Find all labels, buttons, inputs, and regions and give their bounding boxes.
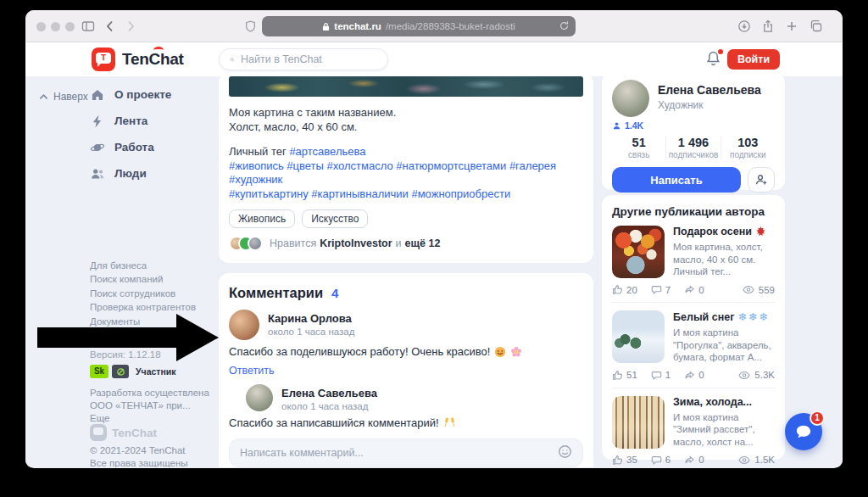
profile-name[interactable]: Елена Савельева xyxy=(658,80,761,97)
comment-input-wrap xyxy=(229,438,583,467)
chip-art[interactable]: Искусство xyxy=(302,209,368,228)
link-employee-search[interactable]: Поиск сотрудников xyxy=(90,287,196,300)
reply-text: Спасибо за написавшийся комментарий! xyxy=(229,416,583,429)
chip-painting[interactable]: Живопись xyxy=(229,209,295,228)
add-contact-button[interactable] xyxy=(748,167,775,193)
search-input[interactable] xyxy=(241,53,377,65)
comment-text: Спасибо за поделившуюся работу! Очень кр… xyxy=(229,345,583,358)
followers-stat[interactable]: 1 496 подписчиков xyxy=(665,136,720,159)
site-search[interactable] xyxy=(219,48,388,70)
traffic-light-zoom[interactable] xyxy=(65,22,75,31)
notifications-bell-icon[interactable] xyxy=(705,50,722,69)
emoji-picker-icon[interactable] xyxy=(558,444,572,462)
more-likers-link[interactable]: ещё 12 xyxy=(405,237,441,249)
eye-icon xyxy=(743,285,754,294)
sidebar-item-people[interactable]: Люди xyxy=(90,160,171,187)
link-counterparty-check[interactable]: Проверка контрагентов xyxy=(90,300,196,314)
login-button[interactable]: Войти xyxy=(727,49,780,70)
reply-button[interactable]: Ответить xyxy=(229,365,583,377)
link-for-business[interactable]: Для бизнеса xyxy=(90,259,196,272)
share-button[interactable]: 0 xyxy=(684,455,704,466)
connections-stat[interactable]: 51 связь xyxy=(612,136,665,159)
tabs-overview-icon[interactable] xyxy=(809,20,823,33)
post-hashtags[interactable]: #живопись #цветы #холстмасло #натюрмортс… xyxy=(229,159,583,202)
comment-button[interactable]: 7 xyxy=(651,284,670,295)
reload-icon[interactable] xyxy=(559,20,570,33)
like-button[interactable]: 51 xyxy=(612,370,637,381)
saturn-icon xyxy=(90,140,105,155)
topic-chips: Живопись Искусство xyxy=(229,209,583,228)
chat-bubble-icon xyxy=(793,421,815,443)
url-field[interactable]: tenchat.ru/media/2889383-buket-radosti xyxy=(262,16,576,36)
comment-icon xyxy=(651,284,662,295)
maple-leaf-emoji xyxy=(755,226,766,237)
link-documents[interactable]: Документы xyxy=(90,315,196,328)
weekly-audience[interactable]: 1.4K xyxy=(612,120,775,131)
avatar[interactable] xyxy=(229,310,259,340)
sidebar-item-work[interactable]: Работа xyxy=(90,134,171,160)
share-button[interactable]: 0 xyxy=(684,370,704,381)
share-button[interactable]: 0 xyxy=(684,284,704,295)
traffic-light-minimize[interactable] xyxy=(51,22,60,31)
comment-input[interactable] xyxy=(240,447,551,459)
message-button[interactable]: Написать xyxy=(612,167,741,193)
repost-icon xyxy=(684,455,695,466)
bookmark-icon[interactable] xyxy=(570,262,583,263)
support-chat-button[interactable]: 1 xyxy=(785,413,822,450)
comment-author[interactable]: Карина Орлова xyxy=(268,310,354,325)
liker-avatars xyxy=(229,236,263,251)
like-button[interactable]: 20 xyxy=(612,284,637,295)
post-image[interactable] xyxy=(229,76,583,97)
avatar[interactable] xyxy=(246,384,273,411)
back-to-top-button[interactable]: Наверх xyxy=(39,91,88,103)
publication-item[interactable]: Зима, холода... И моя картина "Зимний ра… xyxy=(612,388,775,468)
left-sidebar: Наверх О проекте Лента Работа xyxy=(25,81,219,467)
url-host: tenchat.ru xyxy=(334,21,381,31)
comment-button[interactable]: 1 xyxy=(651,370,670,381)
publication-item[interactable]: Белый снег ❄❄❄ И моя картина "Прогулка",… xyxy=(612,303,775,388)
brand-arc-icon xyxy=(153,47,164,53)
publication-thumbnail xyxy=(612,310,665,363)
forward-button-icon[interactable] xyxy=(124,20,137,33)
audience-icon xyxy=(612,121,621,131)
back-button-icon[interactable] xyxy=(103,20,117,33)
brand-wordmark[interactable]: TenChat xyxy=(122,50,184,69)
reply-item: Елена Савельева около 1 часа назад Спаси… xyxy=(246,384,583,467)
views-counter: 559 xyxy=(743,285,775,295)
traffic-light-close[interactable] xyxy=(36,22,46,31)
post-card: Моя картина с таким названием. Холст, ма… xyxy=(219,73,593,263)
link-company-search[interactable]: Поиск компаний xyxy=(90,272,196,286)
share-icon[interactable] xyxy=(761,20,775,33)
following-stat[interactable]: 103 подписки xyxy=(721,136,775,159)
sidebar-item-feed[interactable]: Лента xyxy=(90,108,171,134)
site-header: T TenChat Войти xyxy=(25,42,843,76)
tenchat-logo-letter: T xyxy=(96,53,111,63)
hug-face-emoji xyxy=(494,346,506,358)
privacy-shield-icon[interactable] xyxy=(244,20,257,33)
avatar xyxy=(248,236,263,251)
downloads-icon[interactable] xyxy=(737,20,751,33)
sidebar-toggle-icon[interactable] xyxy=(81,20,95,33)
comments-count: 4 xyxy=(331,286,338,300)
comment-icon xyxy=(651,370,662,381)
lock-icon xyxy=(322,22,330,31)
skolkovo-member-label: Участник xyxy=(136,366,176,377)
sidebar-item-about[interactable]: О проекте xyxy=(90,81,171,108)
liker-name-link[interactable]: KriptoInvestor xyxy=(320,237,392,249)
reply-time: около 1 часа назад xyxy=(281,401,377,411)
profile-stats: 51 связь 1 496 подписчиков 103 подписки xyxy=(612,136,775,159)
more-link[interactable]: Еще xyxy=(90,412,209,425)
lightning-icon xyxy=(90,114,105,129)
avatar[interactable] xyxy=(612,80,649,117)
repost-icon xyxy=(684,370,695,381)
like-button[interactable]: 35 xyxy=(612,455,637,466)
flower-emoji xyxy=(510,346,522,358)
new-tab-icon[interactable] xyxy=(785,20,798,33)
personal-tag-link[interactable]: #артсавельева xyxy=(289,145,365,158)
comment-button[interactable]: 6 xyxy=(651,455,670,466)
tenchat-logo-icon[interactable]: T xyxy=(92,47,115,71)
chevron-up-icon xyxy=(39,93,48,100)
publication-item[interactable]: Подарок осени Моя картина, холст, масло,… xyxy=(612,218,775,303)
reply-author[interactable]: Елена Савельева xyxy=(281,384,377,399)
comment-icon xyxy=(651,455,662,466)
